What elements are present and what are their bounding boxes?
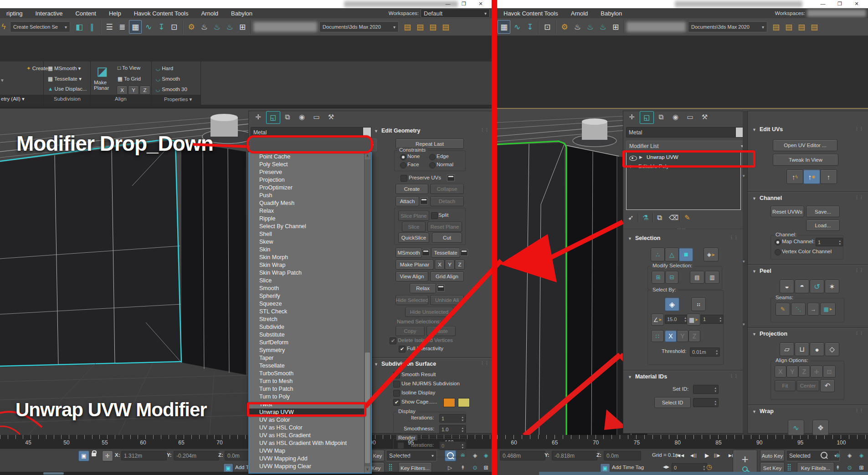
full-interactivity-checkbox[interactable]: ✔: [399, 346, 406, 352]
close-button[interactable]: ✕: [850, 0, 863, 8]
preserve-uvs-label[interactable]: Preserve UVs: [409, 175, 441, 180]
geometry-all-dropdown[interactable]: etry (All) ▾: [1, 96, 25, 102]
save-uvws-button[interactable]: Save...: [806, 206, 840, 217]
msmooth-button[interactable]: MSmooth: [395, 248, 422, 258]
constraint-face-radio[interactable]: [400, 162, 406, 169]
import-icon[interactable]: ▤: [796, 20, 807, 33]
schematic-view-icon[interactable]: ↧: [155, 20, 167, 33]
fov-icon[interactable]: ▷: [445, 462, 455, 473]
select-edge-ring-icon[interactable]: ▥: [705, 271, 719, 284]
show-cage-checkbox[interactable]: ✔: [393, 399, 400, 406]
open-uv-editor-button[interactable]: Open UV Editor ...: [773, 139, 837, 151]
angle-threshold-spinner[interactable]: 15.0▴▾: [665, 315, 688, 324]
reset-uvws-button[interactable]: Reset UVWs: [770, 206, 804, 217]
modifier-dropdown-item[interactable]: STL Check: [249, 308, 371, 316]
modifier-dropdown-item[interactable]: Tessellate: [249, 362, 371, 370]
modifier-dropdown-item[interactable]: Skew: [249, 238, 371, 246]
select-by-numeric-icon[interactable]: ⠶: [691, 297, 706, 311]
tab-modify[interactable]: ◱: [640, 111, 654, 124]
unhide-all-button[interactable]: Unhide All: [430, 295, 464, 305]
modifier-dropdown-item[interactable]: Subdivide: [249, 323, 371, 331]
select-id-spinner[interactable]: ▴▾: [693, 398, 719, 407]
zoom-extents-icon[interactable]: ◈: [844, 450, 855, 460]
minimize-button[interactable]: —: [441, 0, 455, 8]
schematic-view-icon[interactable]: ↧: [524, 20, 536, 33]
planar-map-icon[interactable]: ▱: [780, 342, 794, 356]
cage-color-swatch-2[interactable]: [458, 398, 470, 407]
modifier-dropdown-item[interactable]: TurboSmooth: [249, 370, 371, 378]
maximize-viewport-icon[interactable]: ⊞: [481, 462, 491, 473]
attach-settings-icon[interactable]: [420, 198, 428, 204]
map-channel-label[interactable]: Map Channel:: [782, 239, 815, 244]
vertex-color-label[interactable]: Vertex Color Channel: [782, 249, 832, 254]
maximize-button[interactable]: ❐: [457, 0, 471, 8]
scroll-thumb[interactable]: [43, 472, 64, 475]
modifier-dropdown-item[interactable]: Relax: [249, 207, 371, 215]
time-configuration-icon[interactable]: ◷: [706, 463, 712, 470]
align-icon[interactable]: ∥: [86, 20, 98, 33]
modifier-dropdown-item[interactable]: UVW Mapping Clear: [249, 463, 371, 470]
vertex-color-radio[interactable]: [775, 249, 781, 255]
iterations-spinner[interactable]: 1▴▾: [439, 414, 466, 423]
peel-mode-icon[interactable]: ◓: [795, 280, 809, 293]
reset-projection-icon[interactable]: ↶: [820, 379, 835, 392]
make-planar-button[interactable]: Make Planar: [395, 260, 434, 270]
render-production-icon[interactable]: ♨: [211, 20, 223, 33]
y-coordinate-field[interactable]: -0.818m: [552, 451, 597, 460]
modifier-dropdown-item[interactable]: SurfDeform: [249, 339, 371, 347]
modifier-dropdown-item[interactable]: Slice: [249, 277, 371, 285]
menu-item[interactable]: ripting: [0, 9, 29, 18]
tab-motion[interactable]: ◉: [295, 111, 308, 123]
delete-isolated-label[interactable]: Delete Isolated Vertices: [398, 337, 453, 343]
edit-seams-icon[interactable]: ✎: [776, 303, 790, 316]
polygon-mode-icon[interactable]: ■: [679, 248, 693, 261]
map-channel-radio[interactable]: [775, 239, 781, 245]
ribbon-use-displace-button[interactable]: Use Displac...: [55, 86, 87, 92]
zoom-extents-all-icon[interactable]: ◈: [481, 450, 491, 460]
menu-item[interactable]: Havok Content Tools: [497, 9, 565, 18]
delete-isolated-checkbox[interactable]: ✔: [390, 337, 396, 344]
add-time-tag-label[interactable]: Add Time Tag: [612, 465, 644, 470]
constraint-none-radio[interactable]: [400, 154, 406, 160]
tessellate-button[interactable]: Tessellate: [431, 248, 460, 258]
relax-settings-icon[interactable]: [437, 285, 445, 291]
modifier-dropdown-item[interactable]: ProOptimizer: [249, 184, 371, 192]
show-cage-label[interactable]: Show Cage......: [401, 399, 437, 404]
scroll-up-icon[interactable]: ∧: [365, 153, 370, 159]
menu-item[interactable]: Content: [69, 9, 103, 18]
render-iterative-icon[interactable]: ♨: [224, 20, 236, 33]
ribbon-to-grid-button[interactable]: To Grid: [124, 76, 141, 82]
render-grid-icon[interactable]: ⊞: [610, 20, 621, 33]
render-iterations-checkbox[interactable]: [397, 442, 404, 449]
modifier-dropdown-item[interactable]: Projection: [249, 176, 371, 184]
threshold-spinner[interactable]: 0.01m▴▾: [690, 347, 720, 357]
save-scene-icon[interactable]: ▤: [770, 20, 782, 33]
render-production-icon[interactable]: ♨: [584, 20, 596, 33]
workspaces-combo[interactable]: Default▾: [421, 9, 490, 18]
menu-item[interactable]: Babylon: [225, 9, 259, 18]
subdivision-surface-header[interactable]: ▼Subdivision Surface: [374, 361, 436, 367]
modifier-dropdown-item[interactable]: Stretch: [249, 316, 371, 323]
modifier-dropdown-item[interactable]: Select By Channel: [249, 223, 371, 230]
modifier-dropdown-item[interactable]: Substitute: [249, 331, 371, 339]
set-id-spinner[interactable]: ▴▾: [693, 385, 719, 394]
right-timeline-ruler[interactable]: 6065707580859095100: [497, 435, 868, 449]
ribbon-create-button[interactable]: Create: [32, 66, 48, 71]
spline-mapping-icon[interactable]: ∿: [788, 420, 804, 435]
modifier-dropdown-item[interactable]: Skin Wrap: [249, 261, 371, 269]
project-folder-combo[interactable]: Documents\3ds Max 2020▾: [319, 21, 399, 32]
select-by-element-icon[interactable]: ◈➤: [704, 248, 719, 261]
selection-filter-combo[interactable]: Selected▾: [786, 450, 840, 461]
modifier-dropdown-item[interactable]: Turn to Mesh: [249, 378, 371, 385]
expand-to-seams-icon[interactable]: ▦➤: [820, 303, 836, 316]
orbit-icon[interactable]: ⊙: [470, 462, 480, 473]
hide-unselected-button[interactable]: Hide Unselected: [405, 307, 453, 317]
align-to-view-icon[interactable]: ✛: [810, 366, 823, 378]
tab-modify[interactable]: ◱: [266, 111, 280, 124]
preview-quick-map-icon[interactable]: ↑◉: [803, 169, 820, 184]
constraint-edge-label[interactable]: Edge: [437, 153, 449, 159]
planar-y-button[interactable]: Y: [445, 260, 455, 270]
modifier-dropdown-item[interactable]: UVW Map: [249, 447, 371, 455]
menu-item[interactable]: Havok Content Tools: [128, 9, 195, 18]
modifier-dropdown-item[interactable]: Push: [249, 192, 371, 199]
